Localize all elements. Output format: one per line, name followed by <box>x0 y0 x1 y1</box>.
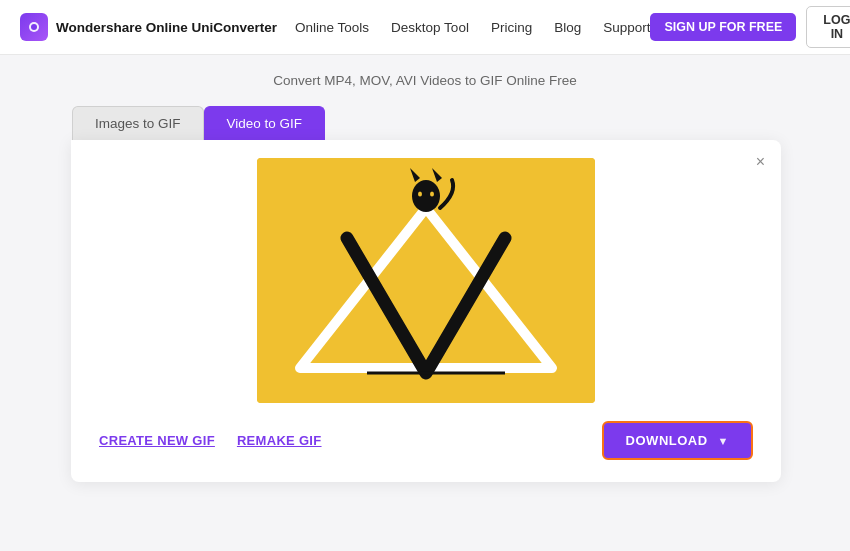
download-arrow-icon: ▼ <box>718 435 729 447</box>
tab-bar: Images to GIF Video to GIF <box>72 106 325 140</box>
gif-preview <box>257 158 595 403</box>
brand-name: Wondershare Online UniConverter <box>56 20 277 35</box>
main-content: Convert MP4, MOV, AVI Videos to GIF Onli… <box>0 55 850 482</box>
logo-icon <box>20 13 48 41</box>
header: Wondershare Online UniConverter Online T… <box>0 0 850 55</box>
footer-links: CREATE NEW GIF REMAKE GIF <box>99 433 322 448</box>
page-subtitle: Convert MP4, MOV, AVI Videos to GIF Onli… <box>273 73 577 88</box>
svg-point-7 <box>412 180 440 212</box>
main-nav: Online Tools Desktop Tool Pricing Blog S… <box>295 20 650 35</box>
gif-image <box>257 158 595 403</box>
create-new-gif-link[interactable]: CREATE NEW GIF <box>99 433 215 448</box>
header-actions: SIGN UP FOR FREE LOG IN <box>650 6 850 48</box>
nav-online-tools[interactable]: Online Tools <box>295 20 369 35</box>
svg-point-10 <box>418 192 422 197</box>
download-button-wrap: DOWNLOAD ▼ <box>602 421 753 460</box>
remake-gif-link[interactable]: REMAKE GIF <box>237 433 322 448</box>
nav-pricing[interactable]: Pricing <box>491 20 532 35</box>
close-button[interactable]: × <box>756 154 765 170</box>
svg-point-1 <box>31 24 37 30</box>
signup-button[interactable]: SIGN UP FOR FREE <box>650 13 796 41</box>
download-button[interactable]: DOWNLOAD ▼ <box>602 421 753 460</box>
download-label: DOWNLOAD <box>626 433 708 448</box>
nav-desktop-tool[interactable]: Desktop Tool <box>391 20 469 35</box>
tab-video-to-gif[interactable]: Video to GIF <box>204 106 326 140</box>
svg-point-11 <box>430 192 434 197</box>
login-button[interactable]: LOG IN <box>806 6 850 48</box>
tab-images-to-gif[interactable]: Images to GIF <box>72 106 204 140</box>
nav-support[interactable]: Support <box>603 20 650 35</box>
logo-area: Wondershare Online UniConverter <box>20 13 277 41</box>
nav-blog[interactable]: Blog <box>554 20 581 35</box>
converter-card: × <box>71 140 781 482</box>
card-footer: CREATE NEW GIF REMAKE GIF DOWNLOAD ▼ <box>95 421 757 460</box>
